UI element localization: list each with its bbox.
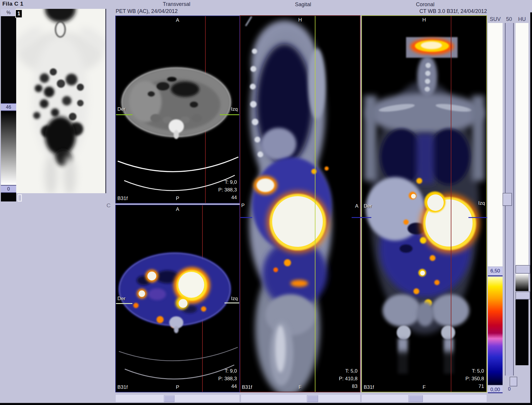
- right-edge-strip: [530, 12, 532, 403]
- right-axis-tick: [220, 114, 239, 115]
- coronal-scrollbar[interactable]: [361, 394, 487, 402]
- axial-reference-tick: [468, 217, 487, 218]
- axial-reference-tick: [240, 217, 252, 218]
- scrollbar-thumb[interactable]: [408, 395, 423, 402]
- slice-stats: T: 5,0 P: 410,8 83: [339, 367, 358, 390]
- orientation-top-label: H: [422, 17, 426, 23]
- sagittal-column-title: Sagital: [274, 1, 332, 8]
- scrollbar-thumb[interactable]: [307, 395, 318, 402]
- right-axis-tick: [225, 302, 239, 303]
- slice-number-label: 44: [218, 383, 237, 390]
- mip-scale-knob[interactable]: [18, 194, 22, 201]
- ct-axial-viewport[interactable]: A Der Izq B31f P T: 9,0 P: 388,3 44: [115, 16, 240, 204]
- left-axis-tick: [116, 303, 132, 304]
- hu-gray-scale[interactable]: [516, 274, 528, 291]
- orientation-bottom-label: P: [176, 384, 179, 390]
- recon-kernel-label: B31f: [242, 384, 252, 390]
- hu-lower-handle[interactable]: [516, 292, 530, 300]
- position-label: P: 410,8: [339, 375, 358, 383]
- orientation-top-label: A: [176, 17, 179, 23]
- window-title: Fila C 1: [2, 1, 24, 7]
- window-min-value: 0: [505, 386, 514, 392]
- left-axis-tick: [116, 114, 132, 115]
- thickness-label: T: 5,0: [339, 367, 358, 375]
- coronal-locator-line[interactable]: [315, 16, 315, 392]
- fused-axial-image: [116, 205, 239, 392]
- suv-color-scale[interactable]: [488, 277, 503, 385]
- window-slider-thumb[interactable]: [503, 193, 512, 206]
- orientation-top-label: A: [176, 206, 179, 212]
- slice-number-label: 71: [466, 383, 484, 390]
- window-value-label: 50: [504, 16, 514, 22]
- orientation-bottom-label: P: [176, 196, 179, 201]
- mip-scale-upper-track[interactable]: [1, 16, 16, 110]
- orientation-left-label: P: [241, 203, 245, 209]
- ct-series-label: CT WB 3.0 B31f, 24/04/2012: [419, 8, 487, 14]
- orientation-bottom-label: F: [423, 384, 425, 390]
- sagittal-scrollbar[interactable]: [241, 394, 360, 402]
- thickness-label: T: 9,0: [218, 367, 237, 375]
- transversal-scrollbar[interactable]: [115, 394, 240, 402]
- suv-slider-track[interactable]: [488, 23, 503, 267]
- orientation-top-label: H: [298, 17, 302, 23]
- suv-max-value[interactable]: 6,50: [488, 267, 503, 276]
- orientation-left-label: Der: [117, 296, 125, 302]
- slice-number-label: 44: [218, 194, 237, 201]
- fused-coronal-image: [362, 16, 486, 392]
- fused-axial-viewport[interactable]: A Der Izq B31f P T: 9,0 P: 388,3 44: [115, 205, 240, 392]
- lower-slider-thumb[interactable]: [510, 377, 517, 386]
- orientation-right-label: Izq: [478, 200, 485, 206]
- mip-wholebody-image: [16, 9, 105, 193]
- hu-slider-track[interactable]: [516, 23, 528, 265]
- slice-number-label: 83: [339, 383, 358, 390]
- frame-number-badge: 1: [15, 9, 22, 18]
- ct-axial-image: [116, 16, 239, 203]
- recon-kernel-label: B31f: [364, 384, 374, 390]
- suv-min-value[interactable]: 0,00: [488, 385, 503, 393]
- hu-scale-label: HU: [516, 16, 528, 22]
- bottom-edge-strip: [0, 403, 532, 405]
- mip-scale-lower-track[interactable]: [1, 193, 16, 201]
- position-label: P: 388,3: [218, 375, 237, 383]
- sagittal-locator-line[interactable]: [451, 16, 451, 392]
- position-label: P: 350,8: [466, 375, 484, 383]
- mip-image-viewport[interactable]: [16, 9, 106, 193]
- orientation-right-label: Izq: [231, 296, 238, 302]
- recon-kernel-label: B31f: [117, 196, 128, 201]
- corner-cursor-label: C: [107, 202, 111, 209]
- mip-gray-gradient[interactable]: [1, 111, 16, 185]
- coronal-column-title: Coronal: [396, 1, 455, 8]
- hu-slider-lower-track[interactable]: [516, 300, 528, 365]
- suv-scale-label: SUV: [488, 16, 503, 22]
- orientation-right-label: Izq: [231, 106, 238, 112]
- thickness-label: T: 5,0: [466, 367, 484, 375]
- recon-kernel-label: B31f: [117, 384, 128, 390]
- fused-sagittal-viewport[interactable]: H P A B31f F T: 5,0 P: 410,8 83: [240, 15, 360, 392]
- mip-grayscale-bar[interactable]: % 46 0: [1, 9, 16, 201]
- orientation-right-label: A: [355, 203, 358, 209]
- thickness-label: T: 9,0: [218, 178, 237, 186]
- axial-reference-tick: [352, 217, 371, 218]
- slice-stats: T: 9,0 P: 388,3 44: [218, 367, 237, 390]
- orientation-bottom-label: F: [299, 384, 302, 390]
- mip-scale-min-value[interactable]: 0: [1, 185, 16, 193]
- mip-scale-max-value[interactable]: 46: [1, 103, 16, 111]
- scrollbar-thumb[interactable]: [164, 395, 174, 402]
- fused-coronal-viewport[interactable]: H Der Izq B31f F T: 5,0 P: 350,8 71: [361, 15, 487, 392]
- position-label: P: 388,3: [218, 186, 237, 194]
- hu-upper-handle[interactable]: [516, 265, 530, 274]
- fused-sagittal-image: [240, 16, 360, 392]
- orientation-left-label: Der: [364, 203, 372, 209]
- slice-stats: T: 9,0 P: 388,3 44: [218, 178, 237, 201]
- transversal-column-title: Transversal: [147, 1, 206, 7]
- orientation-left-label: Der: [117, 106, 125, 112]
- percent-unit-label: %: [1, 9, 16, 16]
- slice-stats: T: 5,0 P: 350,8 71: [466, 367, 484, 390]
- pet-series-label: PET WB (AC), 24/04/2012: [116, 8, 178, 14]
